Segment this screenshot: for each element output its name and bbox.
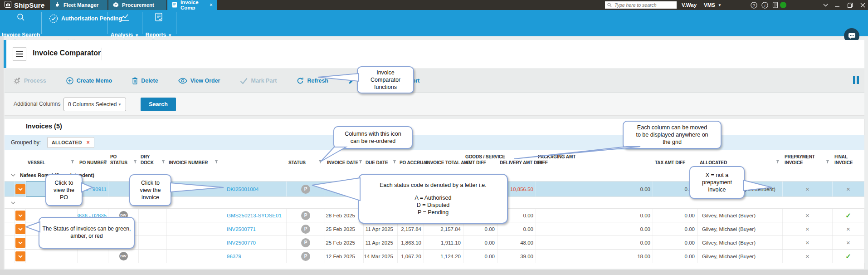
tab-label: Procurement bbox=[122, 2, 154, 8]
header-vessel[interactable]: VESSEL bbox=[26, 150, 78, 169]
status-badge: P bbox=[301, 211, 310, 220]
row-select-cell bbox=[15, 222, 26, 236]
create-memo-button[interactable]: Create Memo bbox=[66, 77, 112, 84]
collapse-panel-icon[interactable] bbox=[853, 76, 859, 84]
process-button[interactable]: Process bbox=[14, 77, 46, 84]
filter-icon[interactable] bbox=[392, 159, 397, 166]
header-label: AMT DIFF bbox=[465, 160, 496, 166]
row-action-dropdown[interactable] bbox=[15, 184, 25, 194]
additional-columns-label: Additional Columns bbox=[14, 101, 60, 107]
invoice-number-link[interactable]: GMS250213-SYOSE01 bbox=[227, 213, 282, 218]
allocated: Gilvey, Michael (Buyer) bbox=[702, 240, 756, 246]
header-invoice-number[interactable]: INVOICE NUMBER bbox=[167, 150, 287, 169]
tab-label: Fleet Manager bbox=[63, 2, 98, 8]
filter-icon[interactable] bbox=[161, 159, 166, 166]
filter-icon[interactable] bbox=[358, 159, 363, 166]
invoice-number-link[interactable]: INV2500770 bbox=[227, 240, 256, 246]
header-label: DIFF bbox=[538, 160, 651, 166]
invoice-number-link[interactable]: INV2500771 bbox=[227, 226, 256, 232]
delete-button[interactable]: Delete bbox=[132, 77, 158, 84]
header-final-invoice[interactable]: FINALINVOICE bbox=[833, 150, 864, 169]
header-po-accrual[interactable]: PO ACCRUAL bbox=[398, 150, 424, 169]
filter-icon[interactable] bbox=[133, 159, 137, 166]
view-order-button[interactable]: View Order bbox=[178, 78, 220, 84]
collapse-group-icon[interactable] bbox=[11, 174, 15, 177]
tab-invoice-comparator[interactable]: Invoice Comp × bbox=[167, 0, 217, 10]
header-po-status[interactable]: POSTATUS bbox=[108, 150, 139, 169]
status-cell: P bbox=[287, 236, 325, 249]
search-button[interactable]: Search bbox=[141, 98, 176, 111]
due-date-cell: 11 Apr 2025 bbox=[364, 222, 398, 236]
mark-part-button[interactable]: Mark Part bbox=[240, 78, 277, 84]
info-icon[interactable]: i bbox=[761, 1, 768, 9]
row-action-dropdown[interactable] bbox=[15, 224, 25, 234]
tab-close-icon[interactable]: × bbox=[210, 2, 213, 8]
tab-fleet-manager[interactable]: Fleet Manager bbox=[50, 0, 107, 10]
invoice-search-icon bbox=[17, 13, 25, 23]
header-label: PREPAYMENT bbox=[785, 154, 831, 160]
callout-status-colors: The Status of invoices can be green, amb… bbox=[39, 217, 135, 249]
due-date: 14 Mar 2025 bbox=[364, 254, 393, 259]
callout-line: Comparator bbox=[371, 76, 400, 83]
dry-dock-cell bbox=[139, 250, 167, 263]
delivery-diff: 48.00 bbox=[520, 240, 533, 246]
ribbon-authorisation-pending[interactable]: Authorisation Pending bbox=[61, 15, 122, 22]
ribbon-reports[interactable]: Reports▼ bbox=[146, 32, 172, 38]
header-prepayment-invoice[interactable]: PREPAYMENTINVOICE bbox=[783, 150, 833, 169]
po-accrual-cell: 1,863.10 bbox=[398, 236, 424, 249]
packaging-diff-cell: 18.00 bbox=[536, 250, 653, 263]
user-label[interactable]: V.Way bbox=[682, 0, 697, 10]
callout-tail bbox=[319, 146, 348, 163]
group-chip-allocated[interactable]: ALLOCATED × bbox=[47, 137, 94, 148]
menu-button[interactable] bbox=[13, 47, 26, 61]
callout-line: P = Pending bbox=[418, 209, 449, 216]
global-search[interactable] bbox=[605, 1, 677, 9]
callout-line: The Status of invoices can be green, bbox=[43, 226, 131, 233]
prepayment-mark: × bbox=[805, 185, 809, 193]
global-search-input[interactable] bbox=[614, 2, 674, 8]
row-action-dropdown[interactable] bbox=[15, 211, 25, 221]
invoice-number-link[interactable]: 96379 bbox=[227, 254, 241, 259]
filter-icon[interactable] bbox=[775, 159, 780, 166]
callout-line: functions bbox=[374, 83, 397, 91]
filter-icon[interactable] bbox=[825, 159, 830, 166]
accent-bar bbox=[4, 40, 6, 68]
ribbon-analysis[interactable]: Analysis▼ bbox=[111, 32, 139, 38]
filter-icon[interactable] bbox=[103, 159, 107, 166]
callout-line: Each column can be moved bbox=[637, 124, 707, 131]
goods-diff-cell: 0.00 bbox=[463, 236, 498, 249]
header-goods-diff[interactable]: GOODS / SERVICEAMT DIFF bbox=[463, 150, 498, 169]
close-window-icon[interactable] bbox=[859, 1, 866, 9]
remove-group-icon[interactable]: × bbox=[87, 139, 90, 146]
row-action-dropdown[interactable] bbox=[15, 238, 25, 248]
callout-move-column: Each column can be moved to be displayed… bbox=[623, 121, 722, 149]
header-tax-diff[interactable]: TAX AMT DIFF bbox=[653, 150, 698, 169]
view-order-label: View Order bbox=[190, 78, 220, 84]
minimize-icon[interactable] bbox=[834, 1, 841, 9]
header-label: PO NUMBER bbox=[79, 160, 107, 166]
box-icon bbox=[113, 2, 119, 9]
row-action-dropdown[interactable] bbox=[15, 251, 25, 261]
invoice-row[interactable]: DW 96379 P 12 Feb 2025 14 Mar 2025 1,067… bbox=[5, 250, 864, 263]
callout-line: Click to bbox=[55, 179, 73, 187]
filter-icon[interactable] bbox=[70, 159, 75, 166]
ribbon-invoice-search[interactable]: Invoice Search bbox=[2, 32, 40, 38]
header-invoice-total[interactable]: INVOICE TOTAL AMT bbox=[424, 150, 463, 169]
collapse-group-icon[interactable] bbox=[11, 201, 15, 204]
system-menu[interactable]: VMS ▼ bbox=[704, 0, 722, 10]
header-label: INVOICE TOTAL AMT bbox=[426, 160, 462, 166]
additional-columns-select[interactable]: 0 Columns Selected ▼ bbox=[63, 98, 126, 111]
restore-icon[interactable] bbox=[846, 1, 853, 9]
invoice-number-link[interactable]: DKI25001004 bbox=[227, 187, 258, 192]
final-invoice-cell: ✓ bbox=[833, 250, 864, 263]
callout-line: Invoice bbox=[376, 69, 395, 76]
tab-procurement[interactable]: Procurement bbox=[108, 0, 166, 10]
header-dry-dock[interactable]: DRYDOCK bbox=[139, 150, 167, 169]
filter-icon[interactable] bbox=[214, 159, 219, 166]
notes-icon[interactable] bbox=[771, 1, 779, 9]
help-icon[interactable]: ? bbox=[750, 1, 757, 9]
header-po-number[interactable]: PO NUMBER bbox=[78, 150, 108, 169]
titlebar-chevron-icon[interactable] bbox=[822, 1, 829, 9]
header-due-date[interactable]: DUE DATE bbox=[364, 150, 398, 169]
gear-icon bbox=[14, 77, 21, 84]
